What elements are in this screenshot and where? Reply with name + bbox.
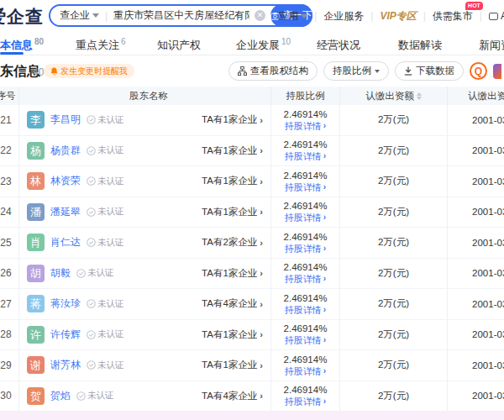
tab-key-focus[interactable]: 重点关注 6 bbox=[76, 32, 126, 55]
view-equity-structure-label: 查看股权结构 bbox=[250, 65, 308, 77]
shareholder-name-link[interactable]: 潘延翠 bbox=[50, 205, 81, 219]
holding-detail-link[interactable]: 持股详情 › bbox=[285, 396, 326, 407]
table-row: 25 肖 肖仁达 未认证 TA有2家企业 › 2.46914% 持股详情 › 2… bbox=[0, 228, 504, 259]
header-shareholder-name: 股东名称 bbox=[19, 87, 271, 105]
related-companies-link[interactable]: TA有1家企业 › bbox=[202, 206, 270, 218]
chevron-right-icon: › bbox=[260, 115, 263, 125]
subscribed-amount-value: 2万(元) bbox=[378, 359, 409, 371]
subscribed-amount-value: 2万(元) bbox=[378, 175, 409, 187]
nav-supply-market[interactable]: 供需集市 HOT bbox=[433, 9, 473, 24]
related-companies-label: TA有4家企业 bbox=[202, 297, 257, 310]
uncertified-badge: 未认证 bbox=[87, 114, 124, 126]
view-equity-structure-button[interactable]: 查看股权结构 bbox=[228, 61, 318, 81]
site-logo[interactable]: 爱企查 bbox=[0, 5, 44, 29]
shareholder-name-link[interactable]: 李昌明 bbox=[50, 113, 81, 127]
related-companies-link[interactable]: TA有1家企业 › bbox=[202, 175, 270, 187]
holding-detail-label: 持股详情 bbox=[285, 304, 322, 316]
chevron-right-icon: › bbox=[260, 268, 263, 278]
shareholder-avatar: 潘 bbox=[27, 203, 45, 221]
holding-detail-label: 持股详情 bbox=[285, 181, 322, 193]
tab-label: 知识产权 bbox=[157, 38, 201, 53]
related-companies-link[interactable]: TA有1家企业 › bbox=[202, 328, 270, 341]
related-companies-link[interactable]: TA有1家企业 › bbox=[202, 267, 270, 280]
search-divider: | bbox=[105, 10, 108, 22]
search-box[interactable]: 查企业 | 重庆市荣昌区中天房屋经纪有限公司 ✕ 查一下 bbox=[49, 4, 312, 27]
holding-detail-link[interactable]: 持股详情 › bbox=[285, 150, 326, 162]
uncertified-label: 未认证 bbox=[87, 267, 114, 279]
nav-divider: | bbox=[314, 10, 317, 22]
holding-ratio-value: 2.46914% bbox=[284, 323, 328, 334]
tab-news[interactable]: 新闻资讯 bbox=[479, 32, 504, 55]
top-nav: 应用 | 企业服务 | VIP专区 | 供需集市 HOT | A bbox=[278, 0, 504, 32]
change-alert-button[interactable]: 发生变更时提醒我 bbox=[44, 64, 134, 78]
table-header-row: 序号 股东名称 持股比例 认缴出资额 认缴出资日期 bbox=[0, 87, 504, 105]
nav-vip-zone[interactable]: VIP专区 bbox=[380, 9, 416, 24]
related-companies-link[interactable]: TA有2家企业 › bbox=[202, 236, 270, 249]
monitor-icon bbox=[489, 13, 498, 20]
holding-detail-link[interactable]: 持股详情 › bbox=[285, 273, 326, 285]
structure-icon bbox=[238, 66, 247, 76]
shareholder-name-link[interactable]: 许传辉 bbox=[50, 328, 81, 342]
tab-basic-info[interactable]: 基本信息 80 bbox=[0, 32, 44, 55]
header-subscribed-amount[interactable]: 认缴出资额 bbox=[340, 87, 448, 105]
ai-assistant-extra-icon[interactable] bbox=[493, 64, 501, 79]
holding-detail-link[interactable]: 持股详情 › bbox=[285, 304, 326, 316]
uncertified-icon bbox=[87, 176, 96, 186]
sort-icon[interactable] bbox=[417, 92, 422, 100]
tab-intellectual-property[interactable]: 知识产权 bbox=[157, 32, 201, 55]
shareholder-name-link[interactable]: 杨贵群 bbox=[50, 144, 81, 158]
related-companies-link[interactable]: TA有1家企业 › bbox=[202, 359, 270, 371]
shareholder-name-link[interactable]: 贺焰 bbox=[50, 389, 71, 403]
holding-detail-link[interactable]: 持股详情 › bbox=[285, 334, 326, 346]
chevron-right-icon: › bbox=[323, 243, 326, 255]
holding-ratio-value: 2.46914% bbox=[284, 354, 328, 365]
uncertified-label: 未认证 bbox=[97, 114, 124, 126]
subscribed-date-value: 2001-03-13 bbox=[472, 145, 504, 155]
holding-detail-link[interactable]: 持股详情 › bbox=[285, 120, 326, 132]
related-companies-label: TA有1家企业 bbox=[202, 267, 257, 280]
nav-app-download[interactable]: A bbox=[489, 10, 504, 22]
uncertified-label: 未认证 bbox=[97, 298, 124, 310]
download-data-button[interactable]: 下载数据 bbox=[395, 61, 464, 81]
shareholder-name-link[interactable]: 胡毅 bbox=[50, 266, 71, 281]
chevron-right-icon: › bbox=[260, 238, 263, 248]
shareholder-name-link[interactable]: 蒋汝珍 bbox=[50, 297, 81, 311]
chevron-right-icon: › bbox=[323, 396, 326, 407]
holding-ratio-value: 2.46914% bbox=[284, 139, 328, 150]
holding-detail-link[interactable]: 持股详情 › bbox=[285, 181, 326, 193]
shareholder-name-link[interactable]: 林资荣 bbox=[50, 174, 81, 188]
tab-operating-status[interactable]: 经营状况 bbox=[317, 32, 360, 55]
shareholder-avatar: 许 bbox=[27, 326, 45, 344]
holding-ratio-label: 持股比例 bbox=[333, 65, 371, 77]
holding-detail-link[interactable]: 持股详情 › bbox=[285, 243, 326, 255]
holding-detail-link[interactable]: 持股详情 › bbox=[285, 365, 326, 377]
holding-ratio-dropdown[interactable]: 持股比例 bbox=[323, 61, 389, 81]
uncertified-icon bbox=[76, 269, 86, 278]
clear-search-icon[interactable]: ✕ bbox=[255, 10, 265, 21]
uncertified-label: 未认证 bbox=[97, 237, 124, 249]
related-companies-link[interactable]: TA有1家企业 › bbox=[202, 144, 270, 157]
tab-data-insight[interactable]: 数据解读 bbox=[398, 32, 442, 55]
ai-assistant-icon[interactable]: Q bbox=[470, 62, 487, 80]
nav-enterprise-services[interactable]: 企业服务 bbox=[323, 9, 364, 24]
related-companies-link[interactable]: TA有4家企业 › bbox=[202, 390, 270, 402]
related-companies-link[interactable]: TA有4家企业 › bbox=[202, 297, 270, 310]
subscribed-date-value: 2001-03-13 bbox=[472, 268, 504, 278]
subscribed-date-value: 2001-03-13 bbox=[472, 329, 504, 339]
shareholder-name-link[interactable]: 肖仁达 bbox=[50, 235, 81, 249]
uncertified-badge: 未认证 bbox=[87, 328, 124, 340]
related-companies-link[interactable]: TA有1家企业 › bbox=[202, 113, 270, 126]
nav-apps[interactable]: 应用 bbox=[278, 9, 307, 24]
search-input[interactable]: 重庆市荣昌区中天房屋经纪有限公司 bbox=[113, 8, 249, 23]
search-category-dropdown[interactable]: 查企业 bbox=[60, 8, 99, 23]
holding-ratio-value: 2.46914% bbox=[284, 292, 328, 304]
row-index: 30 bbox=[0, 390, 11, 402]
shareholder-name-link[interactable]: 谢芳林 bbox=[50, 358, 81, 372]
subscribed-amount-value: 2万(元) bbox=[378, 328, 409, 341]
tab-label: 新闻资讯 bbox=[479, 38, 504, 53]
shareholder-avatar: 杨 bbox=[27, 142, 45, 160]
holding-detail-label: 持股详情 bbox=[285, 365, 322, 377]
tab-enterprise-development[interactable]: 企业发展 10 bbox=[236, 32, 291, 55]
subscribed-amount-value: 2万(元) bbox=[378, 390, 409, 402]
holding-detail-link[interactable]: 持股详情 › bbox=[285, 212, 326, 223]
